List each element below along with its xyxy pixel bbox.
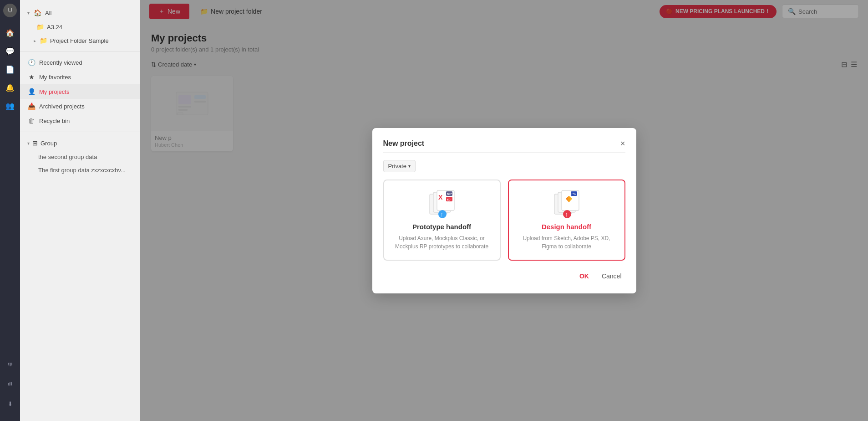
group-item-2-label: The first group data zxzxcxcxbv... (38, 167, 126, 174)
bell-icon[interactable]: 🔔 (2, 79, 18, 96)
project-type-grid: X MP rp ↑ Prototype handoff (383, 180, 625, 261)
cancel-button[interactable]: Cancel (598, 270, 625, 282)
group-label: Group (41, 140, 57, 147)
prototype-handoff-title: Prototype handoff (391, 223, 492, 231)
chevron-down-icon: ▾ (27, 141, 30, 146)
star-icon: ★ (27, 73, 36, 81)
sidebar-item-recycle[interactable]: 🗑 Recycle bin (20, 113, 140, 128)
chevron-down-icon: ▾ (27, 10, 30, 15)
docs-icon[interactable]: 📄 (2, 61, 18, 77)
download-icon[interactable]: ⬇ (2, 395, 18, 412)
folder-icon: 📁 (36, 23, 44, 31)
modal-overlay[interactable]: New project × Private ▾ (140, 0, 868, 421)
new-project-modal: New project × Private ▾ (372, 128, 636, 293)
sidebar-tree-folder[interactable]: ▸ 📁 Project Folder Sample (20, 34, 140, 47)
sidebar-item-all[interactable]: ▾ 🏠 All (20, 5, 140, 20)
prototype-icon: X MP rp ↑ (391, 190, 492, 219)
modal-divider (383, 152, 625, 153)
sidebar-tree-a3-label: A3.24 (47, 24, 62, 31)
modal-close-button[interactable]: × (620, 139, 625, 149)
sidebar-tree-a3[interactable]: 📁 A3.24 (20, 20, 140, 34)
sidebar-item-favorites[interactable]: ★ My favorites (20, 70, 140, 84)
privacy-label: Private (388, 163, 406, 169)
group-item-1-label: the second group data (38, 154, 97, 160)
sidebar-divider-2 (20, 132, 140, 132)
dt-icon[interactable]: dt (2, 375, 18, 392)
ok-button[interactable]: OK (576, 270, 593, 282)
design-handoff-title: Design handoff (516, 223, 617, 231)
sidebar-item-recently-viewed[interactable]: 🕐 Recently viewed (20, 55, 140, 70)
modal-footer: OK Cancel (383, 270, 625, 282)
recently-viewed-label: Recently viewed (39, 59, 133, 66)
sidebar-tree-section: ▾ 🏠 All 📁 A3.24 ▸ 📁 Project Folder Sampl… (20, 4, 140, 49)
grid-icon: ⊞ (32, 139, 38, 147)
icon-rail: U 🏠 💬 📄 🔔 👥 rp dt ⬇ (0, 0, 20, 421)
svg-text:↑: ↑ (440, 210, 443, 217)
person-icon: 👤 (27, 88, 36, 95)
modal-header: New project × (383, 139, 625, 149)
sidebar-item-group[interactable]: ▾ ⊞ Group (20, 136, 140, 150)
sidebar-group-item-2[interactable]: The first group data zxzxcxcxbv... (20, 164, 140, 177)
chat-icon[interactable]: 💬 (2, 43, 18, 59)
sidebar-group-section: ▾ ⊞ Group the second group data The firs… (20, 134, 140, 179)
design-handoff-card[interactable]: PS ↑ Design hando (508, 180, 625, 261)
privacy-selector[interactable]: Private ▾ (383, 160, 416, 172)
sidebar-group-item-1[interactable]: the second group data (20, 150, 140, 164)
recycle-bin-label: Recycle bin (39, 118, 133, 124)
folder-icon: 📁 (40, 37, 47, 44)
sidebar-item-my-projects[interactable]: 👤 My projects (20, 84, 140, 99)
sidebar-item-archived[interactable]: 📥 Archived projects (20, 99, 140, 113)
sidebar-all-label: All (45, 10, 133, 16)
design-icon: PS ↑ (516, 190, 617, 219)
users-icon[interactable]: 👥 (2, 98, 18, 114)
archived-label: Archived projects (39, 103, 133, 110)
prototype-handoff-card[interactable]: X MP rp ↑ Prototype handoff (383, 180, 501, 261)
chevron-down-icon: ▾ (408, 164, 411, 169)
sidebar-divider-1 (20, 51, 140, 51)
home-small-icon: 🏠 (33, 9, 41, 16)
trash-icon: 🗑 (27, 117, 36, 124)
main-content: ＋ New 📁 New project folder 🔴 NEW PRICING… (140, 0, 868, 421)
my-projects-label: My projects (39, 88, 133, 95)
rp-icon[interactable]: rp (2, 355, 18, 372)
prototype-handoff-desc: Upload Axure, Mockplus Classic, or Mockp… (391, 234, 492, 251)
my-favorites-label: My favorites (39, 74, 133, 81)
sidebar-nav-section: 🕐 Recently viewed ★ My favorites 👤 My pr… (20, 53, 140, 130)
svg-text:MP: MP (447, 192, 452, 195)
sidebar-tree-folder-label: Project Folder Sample (50, 37, 109, 44)
svg-text:PS: PS (571, 192, 576, 195)
avatar[interactable]: U (3, 4, 17, 17)
svg-text:↑: ↑ (565, 210, 568, 217)
sidebar: ▾ 🏠 All 📁 A3.24 ▸ 📁 Project Folder Sampl… (20, 0, 140, 421)
svg-text:rp: rp (447, 198, 450, 201)
svg-text:X: X (438, 194, 443, 201)
clock-icon: 🕐 (27, 59, 36, 66)
modal-title: New project (383, 139, 425, 148)
design-handoff-desc: Upload from Sketch, Adobe PS, XD, Figma … (516, 234, 617, 251)
home-icon[interactable]: 🏠 (2, 25, 18, 41)
chevron-right-icon: ▸ (34, 38, 36, 43)
archive-icon: 📥 (27, 103, 36, 110)
